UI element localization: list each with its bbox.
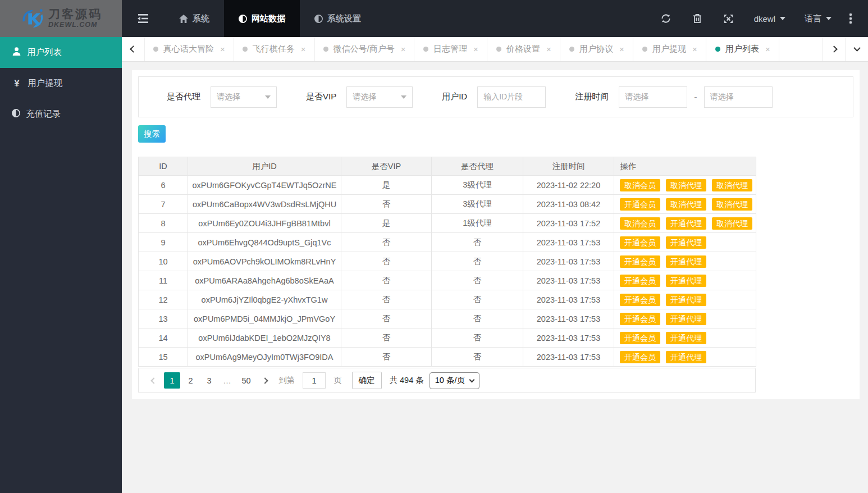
userid-filter-input[interactable]: 输入ID片段 — [477, 86, 546, 108]
cell-agent: 否 — [432, 309, 523, 328]
tab-label: 价格设置 — [506, 44, 540, 54]
cell-actions: 开通会员开通代理 — [614, 271, 756, 290]
tabs-menu-icon[interactable] — [845, 37, 868, 61]
user-menu[interactable]: dkewl — [744, 0, 795, 37]
cell-id: 7 — [139, 195, 188, 214]
search-button[interactable]: 搜索 — [138, 125, 166, 143]
tab-label: 用户列表 — [725, 44, 759, 54]
tab-6[interactable]: 用户提现× — [633, 37, 706, 61]
cell-register-time: 2023-11-03 17:53 — [523, 290, 614, 309]
cell-agent: 否 — [432, 290, 523, 309]
action-button[interactable]: 取消代理 — [712, 198, 752, 211]
action-button[interactable]: 开通代理 — [666, 332, 706, 344]
cell-agent: 3级代理 — [432, 195, 523, 214]
cell-actions: 开通会员开通代理 — [614, 328, 756, 348]
sidebar-item-2[interactable]: 充值记录 — [0, 99, 122, 130]
tab-2[interactable]: 微信公号/商户号× — [315, 37, 415, 61]
regtime-end-input[interactable]: 请选择 — [704, 86, 773, 108]
action-button[interactable]: 开通代理 — [666, 294, 706, 306]
table-row: 10oxPUm6AOVPch9kOLIMOkm8RLvHnY否否2023-11-… — [139, 252, 756, 271]
close-icon[interactable]: × — [220, 44, 225, 54]
tab-1[interactable]: 飞行棋任务× — [234, 37, 315, 61]
tab-4[interactable]: 价格设置× — [487, 37, 560, 61]
page-size-select[interactable]: 10 条/页 — [430, 372, 479, 389]
table-row: 8oxPUm6Ey0ZOU4i3JHFgBB81Mtbvl是1级代理2023-1… — [139, 214, 756, 233]
action-button[interactable]: 开通会员 — [620, 236, 660, 249]
menu-collapse-icon[interactable] — [122, 0, 165, 37]
fullscreen-icon[interactable] — [713, 0, 744, 37]
tab-0[interactable]: 真心话大冒险× — [145, 37, 234, 61]
action-button[interactable]: 开通代理 — [666, 236, 706, 249]
cell-actions: 开通会员开通代理 — [614, 233, 756, 252]
tab-5[interactable]: 用户协议× — [560, 37, 633, 61]
cell-actions: 开通会员开通代理 — [614, 348, 756, 367]
action-button[interactable]: 取消代理 — [666, 198, 706, 211]
cell-id: 8 — [139, 214, 188, 233]
tab-label: 真心话大冒险 — [163, 44, 214, 54]
regtime-start-input[interactable]: 请选择 — [619, 86, 687, 108]
sidebar-item-0[interactable]: 用户列表 — [0, 37, 122, 68]
close-icon[interactable]: × — [301, 44, 306, 54]
next-page-icon[interactable] — [257, 372, 273, 389]
half-circle-icon — [314, 15, 323, 23]
cell-vip: 否 — [341, 233, 432, 252]
table-row: 11oxPUm6ARAa8AhgehAg6b8oSkEAaA否否2023-11-… — [139, 271, 756, 290]
page-number-1[interactable]: 1 — [164, 372, 180, 389]
vip-filter-select[interactable]: 请选择 — [346, 86, 413, 108]
close-icon[interactable]: × — [619, 44, 624, 54]
goto-page-input[interactable]: 1 — [303, 372, 326, 389]
action-button[interactable]: 开通代理 — [666, 255, 706, 268]
pagination-bar: 123…50 到第 1 页 确定 共 494 条 10 条/页 — [138, 368, 756, 393]
cell-id: 6 — [139, 176, 188, 195]
confirm-button[interactable]: 确定 — [352, 372, 382, 389]
action-button[interactable]: 开通会员 — [620, 294, 660, 306]
prev-page-icon[interactable] — [145, 372, 162, 389]
tabs-scroll-right-icon[interactable] — [822, 37, 845, 61]
language-menu[interactable]: 语言 — [795, 0, 841, 37]
sidebar-item-label: 充值记录 — [26, 108, 61, 120]
action-button[interactable]: 开通会员 — [620, 198, 660, 211]
agent-filter-select[interactable]: 请选择 — [211, 86, 277, 108]
action-button[interactable]: 开通代理 — [666, 275, 706, 287]
action-button[interactable]: 开通会员 — [620, 351, 660, 363]
action-button[interactable]: 开通会员 — [620, 255, 660, 268]
tabs-scroll-left-icon[interactable] — [122, 37, 145, 61]
close-icon[interactable]: × — [473, 44, 478, 54]
action-button[interactable]: 取消代理 — [712, 217, 752, 230]
cell-agent: 3级代理 — [432, 176, 523, 195]
action-button[interactable]: 取消代理 — [712, 179, 752, 191]
action-button[interactable]: 开通会员 — [620, 313, 660, 325]
close-icon[interactable]: × — [765, 44, 770, 54]
top-nav-item-1[interactable]: 网站数据 — [224, 0, 300, 37]
action-button[interactable]: 取消会员 — [620, 217, 660, 230]
top-nav-item-label: 系统 — [193, 13, 209, 24]
action-button[interactable]: 开通代理 — [666, 217, 706, 230]
trash-icon[interactable] — [682, 0, 713, 37]
top-nav-item-label: 网站数据 — [252, 13, 285, 24]
tab-3[interactable]: 日志管理× — [414, 37, 487, 61]
cell-vip: 否 — [341, 271, 432, 290]
top-nav-item-0[interactable]: 系统 — [165, 0, 224, 37]
action-button[interactable]: 开通代理 — [666, 351, 706, 363]
action-button[interactable]: 取消会员 — [620, 179, 660, 191]
cell-register-time: 2023-11-03 17:53 — [523, 271, 614, 290]
refresh-icon[interactable] — [650, 0, 682, 37]
top-nav-item-2[interactable]: 系统设置 — [300, 0, 376, 37]
close-icon[interactable]: × — [401, 44, 406, 54]
filter-panel: 是否代理 请选择 是否VIP 请选择 用户ID 输入ID片段 — [138, 76, 853, 117]
close-icon[interactable]: × — [546, 44, 551, 54]
sidebar-item-1[interactable]: ¥用户提现 — [0, 68, 122, 99]
page-number-50[interactable]: 50 — [238, 372, 254, 389]
action-button[interactable]: 开通会员 — [620, 275, 660, 287]
page-number-3[interactable]: 3 — [201, 372, 217, 389]
cell-id: 11 — [139, 271, 188, 290]
action-button[interactable]: 取消代理 — [666, 179, 706, 191]
action-button[interactable]: 开通会员 — [620, 332, 660, 344]
close-icon[interactable]: × — [692, 44, 697, 54]
tab-7[interactable]: 用户列表× — [706, 37, 779, 61]
top-nav-item-label: 系统设置 — [327, 13, 361, 24]
page-number-2[interactable]: 2 — [182, 372, 199, 389]
action-button[interactable]: 开通代理 — [666, 313, 706, 325]
cell-id: 13 — [139, 309, 188, 328]
more-options-icon[interactable] — [841, 0, 860, 37]
